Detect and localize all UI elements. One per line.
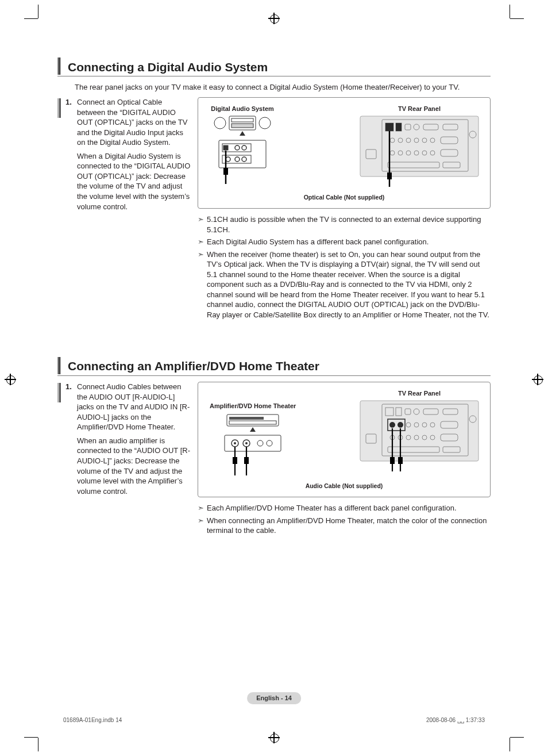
wiring-diagram: Digital Audio System (198, 97, 491, 209)
svg-rect-54 (233, 457, 237, 464)
note-text: Each Amplifier/DVD Home Theater has a di… (207, 503, 491, 513)
step-number: 1. (65, 382, 77, 392)
amplifier-icon (215, 412, 290, 475)
step-accent-bar (57, 98, 61, 118)
svg-rect-42 (396, 123, 402, 131)
svg-rect-85 (390, 457, 395, 464)
svg-point-12 (235, 157, 240, 162)
section-accent-bar (57, 57, 61, 75)
svg-rect-41 (385, 123, 393, 131)
step-paragraph: Connect an Optical Cable between the “DI… (77, 97, 192, 148)
tv-rear-panel-icon (359, 115, 480, 187)
footer-timestamp: 2008-08-06 ␣␣ 1:37:33 (426, 716, 485, 724)
registration-mark-left (5, 374, 16, 385)
svg-rect-14 (223, 168, 228, 175)
svg-point-8 (235, 145, 240, 150)
step-accent-bar (57, 383, 61, 402)
registration-mark-right (532, 374, 543, 385)
step-paragraph: When an audio amplifier is connected to … (77, 436, 192, 496)
note-arrow-icon: ➣ (198, 503, 207, 513)
step-number: 1. (65, 97, 77, 108)
svg-point-13 (242, 157, 246, 162)
svg-rect-86 (398, 457, 403, 464)
step-paragraph: When a Digital Audio System is connected… (77, 151, 192, 212)
step-paragraph: Connect Audio Cables between the AUDIO O… (77, 382, 192, 432)
digital-audio-system-icon (211, 115, 274, 184)
svg-rect-15 (360, 116, 478, 176)
svg-rect-56 (360, 401, 478, 461)
svg-point-49 (234, 442, 236, 444)
device-label: TV Rear Panel (359, 105, 480, 113)
note-arrow-icon: ➣ (198, 237, 207, 247)
svg-point-0 (214, 117, 226, 129)
device-label: Digital Audio System (211, 105, 274, 113)
device-label: TV Rear Panel (359, 389, 480, 398)
wiring-diagram: Amplifier/DVD Home Theater (198, 382, 491, 498)
section-title: Connecting an Amplifier/DVD Home Theater (68, 359, 319, 373)
note-text: Each Digital Audio System has a differen… (207, 237, 491, 247)
tv-rear-panel-icon (359, 400, 480, 471)
svg-rect-3 (231, 124, 253, 128)
section-title: Connecting a Digital Audio System (68, 60, 268, 74)
note-text: 5.1CH audio is possible when the TV is c… (207, 214, 491, 235)
cable-label: Optical Cable (Not supplied) (206, 193, 482, 201)
note-arrow-icon: ➣ (198, 516, 207, 525)
device-label: Amplifier/DVD Home Theater (210, 402, 296, 410)
page-number-badge: English - 14 (247, 692, 301, 704)
svg-rect-55 (244, 457, 249, 464)
svg-point-51 (245, 442, 248, 444)
svg-point-83 (398, 422, 403, 428)
note-text: When the receiver (home theater) is set … (207, 250, 491, 320)
svg-rect-2 (231, 118, 253, 122)
cable-label: Audio Cable (Not supplied) (206, 482, 482, 490)
svg-point-4 (259, 117, 271, 129)
svg-point-9 (242, 145, 246, 150)
svg-rect-7 (223, 145, 228, 150)
note-text: When connecting an Amplifier/DVD Home Th… (207, 516, 491, 536)
svg-point-82 (389, 422, 395, 428)
registration-mark-top (268, 13, 280, 24)
svg-rect-45 (229, 417, 264, 420)
section-accent-bar (57, 357, 61, 374)
svg-point-53 (267, 440, 272, 446)
note-arrow-icon: ➣ (198, 250, 207, 259)
svg-rect-46 (229, 421, 276, 424)
registration-mark-bottom (268, 732, 280, 743)
svg-point-52 (257, 440, 263, 446)
footer-doc-id: 01689A-01Eng.indb 14 (63, 716, 122, 724)
section-intro: The rear panel jacks on your TV make it … (75, 82, 491, 93)
svg-rect-43 (387, 172, 392, 179)
note-arrow-icon: ➣ (198, 214, 207, 224)
